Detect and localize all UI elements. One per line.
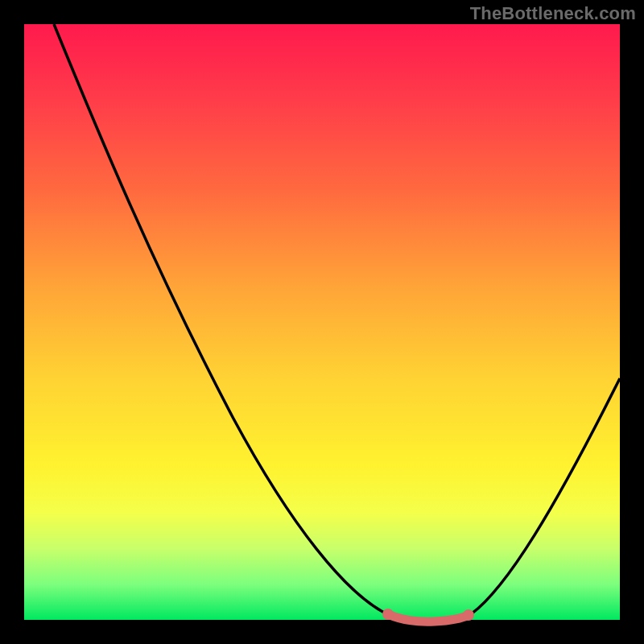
optimal-zone-start-dot [382,609,394,620]
bottleneck-curve [54,24,620,621]
chart-frame: TheBottleneck.com [0,0,644,644]
watermark-text: TheBottleneck.com [470,3,636,24]
optimal-zone-end-dot [463,609,474,621]
optimal-zone-highlight [388,614,469,621]
curve-layer [24,24,620,620]
